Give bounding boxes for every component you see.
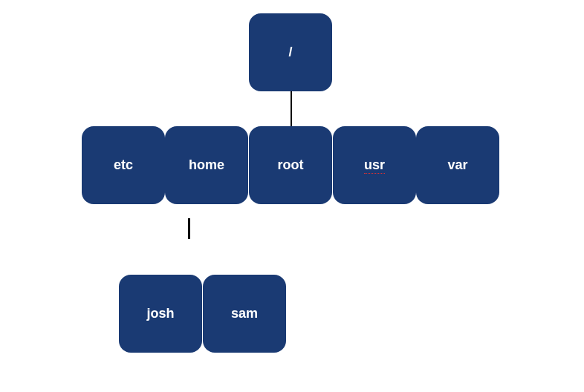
node-root: /: [249, 13, 332, 91]
node-root-dir: root: [249, 126, 332, 204]
node-home: home: [165, 126, 248, 204]
node-sam-label: sam: [231, 306, 258, 321]
node-josh: josh: [119, 275, 202, 353]
node-var-label: var: [447, 157, 467, 173]
node-usr: usr: [333, 126, 416, 204]
node-root-label: /: [288, 45, 292, 60]
node-home-label: home: [189, 157, 224, 173]
node-usr-label: usr: [364, 157, 385, 173]
connector-home-level2: [188, 218, 190, 239]
node-etc: etc: [82, 126, 165, 204]
node-etc-label: etc: [114, 157, 133, 173]
node-var: var: [416, 126, 499, 204]
node-josh-label: josh: [146, 306, 174, 321]
node-sam: sam: [203, 275, 286, 353]
node-root-dir-label: root: [278, 157, 304, 173]
connector-root-level1: [291, 91, 292, 126]
